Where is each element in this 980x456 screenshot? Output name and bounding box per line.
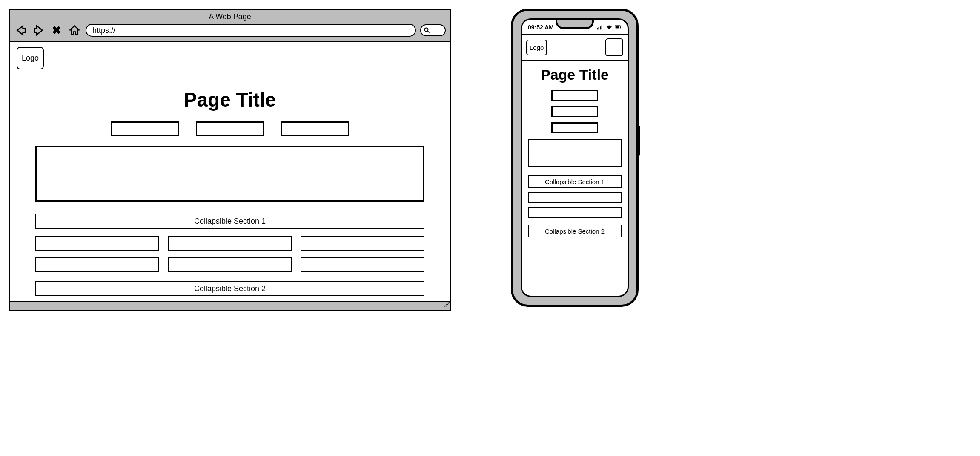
- site-logo[interactable]: Logo: [17, 47, 44, 69]
- browser-toolbar: ✖ https://: [14, 24, 446, 37]
- status-time: 09:52 AM: [528, 24, 554, 31]
- browser-footer: ⁄⁄: [10, 301, 450, 310]
- collapsible-section-2[interactable]: Collapsible Section 2: [35, 281, 424, 296]
- url-text: https://: [92, 26, 115, 35]
- phone-notch: [556, 18, 594, 29]
- action-button-2[interactable]: [196, 121, 264, 136]
- svg-rect-8: [616, 26, 619, 29]
- phone-action-button-1[interactable]: [551, 90, 598, 101]
- signal-icon: [597, 25, 604, 30]
- search-icon: [424, 27, 430, 34]
- status-icons: [597, 25, 622, 30]
- phone-site-header: Logo: [522, 34, 628, 61]
- forward-icon[interactable]: [32, 24, 46, 37]
- phone-grid-cell[interactable]: [528, 192, 622, 203]
- browser-mockup: A Web Page ✖ https:// Logo Page Titl: [9, 9, 451, 311]
- grid-cell[interactable]: [168, 257, 292, 272]
- phone-action-button-2[interactable]: [551, 106, 598, 117]
- collapsible-section-1[interactable]: Collapsible Section 1: [35, 214, 424, 229]
- phone-page-content: Page Title Collapsible Section 1 Collaps…: [522, 61, 628, 237]
- action-button-row: [35, 121, 424, 136]
- svg-rect-3: [599, 27, 599, 29]
- phone-site-logo[interactable]: Logo: [526, 40, 547, 55]
- home-icon[interactable]: [68, 24, 81, 37]
- browser-window-title: A Web Page: [14, 12, 446, 21]
- page-content: Page Title Collapsible Section 1 Collaps…: [10, 75, 450, 296]
- hero-panel: [35, 146, 424, 202]
- search-button[interactable]: [420, 24, 446, 36]
- grid-cell[interactable]: [301, 236, 424, 251]
- action-button-3[interactable]: [281, 121, 349, 136]
- grid-cell[interactable]: [301, 257, 424, 272]
- svg-rect-2: [597, 28, 598, 30]
- address-bar[interactable]: https://: [86, 24, 416, 37]
- svg-line-1: [428, 31, 430, 33]
- browser-chrome: A Web Page ✖ https://: [10, 10, 450, 42]
- page-title: Page Title: [35, 88, 424, 111]
- phone-hero-panel: [528, 139, 622, 167]
- grid-cell[interactable]: [35, 236, 159, 251]
- svg-rect-7: [620, 26, 621, 28]
- grid-cell[interactable]: [168, 236, 292, 251]
- wifi-icon: [606, 25, 613, 30]
- back-icon[interactable]: [14, 24, 28, 37]
- phone-screen: 09:52 AM Logo Page Title Collapsible Sec…: [521, 18, 629, 297]
- stop-icon[interactable]: ✖: [50, 24, 63, 37]
- phone-action-button-3[interactable]: [551, 122, 598, 133]
- resize-grip-icon[interactable]: ⁄⁄: [446, 301, 448, 309]
- svg-point-0: [424, 28, 428, 31]
- grid-cell[interactable]: [35, 257, 159, 272]
- battery-icon: [615, 25, 622, 30]
- phone-collapsible-1[interactable]: Collapsible Section 1: [528, 175, 622, 188]
- svg-rect-5: [602, 26, 602, 30]
- page-body: Logo Page Title Collapsible Section 1 Co…: [10, 42, 450, 310]
- action-button-1[interactable]: [111, 121, 179, 136]
- phone-grid-cell[interactable]: [528, 207, 622, 218]
- site-header: Logo: [10, 42, 450, 75]
- content-grid: [35, 236, 424, 272]
- svg-rect-4: [600, 26, 601, 29]
- phone-mockup: 09:52 AM Logo Page Title Collapsible Sec…: [511, 9, 639, 307]
- phone-collapsible-2[interactable]: Collapsible Section 2: [528, 225, 622, 237]
- phone-page-title: Page Title: [528, 66, 622, 83]
- phone-action-buttons: [528, 90, 622, 133]
- phone-menu-button[interactable]: [605, 38, 623, 56]
